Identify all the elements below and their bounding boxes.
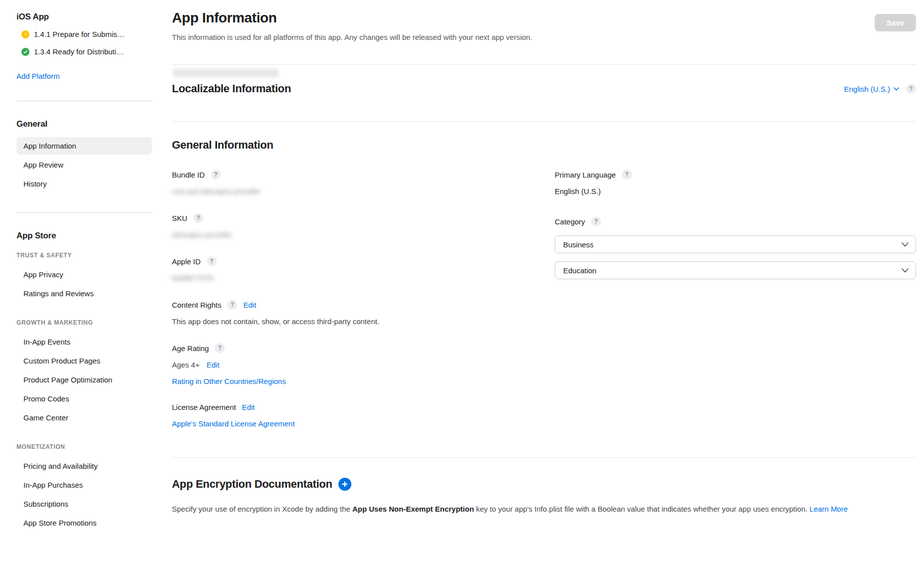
language-selector[interactable]: English (U.S.) — [844, 85, 899, 93]
primary-language-label: Primary Language — [555, 171, 616, 179]
category-label: Category — [555, 217, 585, 226]
apple-id-value: 6458977075 — [172, 274, 555, 282]
sidebar: iOS App 1.4.1 Prepare for Submis… 1.3.4 … — [16, 12, 152, 533]
sku-field: SKU ? educapro.provider — [172, 213, 555, 239]
encryption-description: Specify your use of encryption in Xcode … — [172, 503, 916, 516]
sidebar-item-app-information[interactable]: App Information — [16, 137, 152, 155]
general-section-heading: General — [16, 119, 152, 129]
content-rights-label: Content Rights — [172, 301, 221, 309]
sidebar-divider — [16, 212, 152, 213]
help-icon[interactable]: ? — [207, 256, 217, 266]
license-agreement-field: License Agreement Edit Apple's Standard … — [172, 403, 555, 428]
bundle-id-field: Bundle ID ? com.psf.educapro.provider — [172, 170, 555, 195]
category-primary-select[interactable]: Business — [555, 235, 916, 253]
sidebar-item-promo-codes[interactable]: Promo Codes — [16, 390, 152, 407]
version-item-134[interactable]: 1.3.4 Ready for Distributi… — [21, 47, 152, 56]
sku-value: educapro.provider — [172, 230, 555, 239]
sidebar-item-in-app-purchases[interactable]: In-App Purchases — [16, 476, 152, 494]
learn-more-link[interactable]: Learn More — [809, 505, 848, 513]
help-icon[interactable]: ? — [193, 213, 203, 223]
group-label-growth-marketing: GROWTH & MARKETING — [16, 319, 152, 326]
sidebar-item-game-center[interactable]: Game Center — [16, 409, 152, 426]
sidebar-item-subscriptions[interactable]: Subscriptions — [16, 495, 152, 513]
encryption-text-start: Specify your use of encryption in Xcode … — [172, 505, 352, 513]
sidebar-item-in-app-events[interactable]: In-App Events — [16, 333, 152, 351]
sku-label: SKU — [172, 214, 187, 222]
content-rights-field: Content Rights ? Edit This app does not … — [172, 300, 555, 326]
category-primary-selected: Business — [563, 240, 594, 249]
page-title: App Information — [172, 10, 532, 26]
chevron-down-icon — [902, 242, 909, 247]
help-icon[interactable]: ? — [227, 300, 237, 310]
version-label: 1.3.4 Ready for Distributi… — [34, 47, 124, 56]
sidebar-divider — [16, 101, 152, 101]
encryption-header-row: App Encryption Documentation + — [172, 478, 916, 491]
group-label-trust-safety: TRUST & SAFETY — [16, 252, 152, 259]
help-icon[interactable]: ? — [211, 170, 221, 180]
group-label-monetization: MONETIZATION — [16, 443, 152, 450]
gi-right-column: Primary Language ? English (U.S.) Catego… — [555, 170, 916, 445]
encryption-text-end: key to your app's Info.plist file with a… — [474, 505, 809, 513]
category-secondary-selected: Education — [563, 266, 597, 275]
apple-id-field: Apple ID ? 6458977075 — [172, 256, 555, 282]
version-item-141[interactable]: 1.4.1 Prepare for Submis… — [21, 30, 152, 38]
sidebar-item-ratings-reviews[interactable]: Ratings and Reviews — [16, 285, 152, 302]
gi-left-column: Bundle ID ? com.psf.educapro.provider SK… — [172, 170, 555, 445]
help-icon[interactable]: ? — [591, 216, 601, 226]
platform-heading: iOS App — [16, 12, 152, 22]
age-rating-label: Age Rating — [172, 344, 209, 353]
check-icon — [21, 48, 29, 56]
add-platform-link[interactable]: Add Platform — [16, 72, 60, 80]
sidebar-item-app-review[interactable]: App Review — [16, 156, 152, 174]
standard-license-agreement-link[interactable]: Apple's Standard License Agreement — [172, 419, 555, 428]
localizable-heading: Localizable Information — [172, 82, 291, 95]
primary-language-value: English (U.S.) — [555, 187, 916, 195]
content-rights-edit-link[interactable]: Edit — [243, 301, 256, 309]
license-agreement-edit-link[interactable]: Edit — [242, 403, 255, 411]
sidebar-item-pricing-availability[interactable]: Pricing and Availability — [16, 457, 152, 475]
localizable-header-row: Localizable Information English (U.S.) ? — [172, 82, 916, 95]
encryption-heading: App Encryption Documentation — [172, 478, 332, 491]
license-agreement-label: License Agreement — [172, 403, 236, 411]
general-information-grid: Bundle ID ? com.psf.educapro.provider SK… — [172, 170, 916, 445]
help-icon[interactable]: ? — [906, 84, 916, 94]
category-field: Category ? Business Education — [555, 216, 916, 279]
chevron-down-icon — [894, 87, 899, 91]
content-rights-value: This app does not contain, show, or acce… — [172, 317, 555, 326]
sidebar-item-product-page-optimization[interactable]: Product Page Optimization — [16, 371, 152, 388]
version-label: 1.4.1 Prepare for Submis… — [34, 30, 125, 38]
main-content: App Information This information is used… — [172, 10, 916, 516]
sidebar-item-app-privacy[interactable]: App Privacy — [16, 266, 152, 283]
redacted-app-name — [173, 69, 279, 77]
clock-icon — [21, 30, 29, 38]
sidebar-item-history[interactable]: History — [16, 175, 152, 192]
app-store-section-heading: App Store — [16, 231, 152, 241]
chevron-down-icon — [902, 268, 909, 273]
language-selected-label: English (U.S.) — [844, 85, 890, 93]
add-encryption-icon[interactable]: + — [338, 478, 351, 491]
content-divider — [172, 121, 916, 122]
sidebar-item-custom-product-pages[interactable]: Custom Product Pages — [16, 352, 152, 370]
page-description: This information is used for all platfor… — [172, 33, 532, 41]
save-button[interactable]: Save — [875, 14, 916, 31]
bundle-id-value: com.psf.educapro.provider — [172, 187, 555, 195]
help-icon[interactable]: ? — [622, 170, 632, 180]
page-header: App Information This information is used… — [172, 10, 916, 41]
general-information-heading: General Information — [172, 139, 916, 152]
age-rating-edit-link[interactable]: Edit — [206, 361, 219, 369]
primary-language-field: Primary Language ? English (U.S.) — [555, 170, 916, 195]
content-divider — [172, 457, 916, 458]
help-icon[interactable]: ? — [215, 343, 225, 353]
content-divider — [172, 64, 916, 65]
encryption-key-name: App Uses Non-Exempt Encryption — [352, 505, 474, 513]
apple-id-label: Apple ID — [172, 257, 201, 266]
age-rating-field: Age Rating ? Ages 4+ Edit Rating in Othe… — [172, 343, 555, 385]
bundle-id-label: Bundle ID — [172, 171, 205, 179]
sidebar-item-app-store-promotions[interactable]: App Store Promotions — [16, 514, 152, 532]
category-secondary-select[interactable]: Education — [555, 261, 916, 279]
age-rating-value: Ages 4+ — [172, 361, 199, 369]
rating-other-countries-link[interactable]: Rating in Other Countries/Regions — [172, 377, 555, 385]
